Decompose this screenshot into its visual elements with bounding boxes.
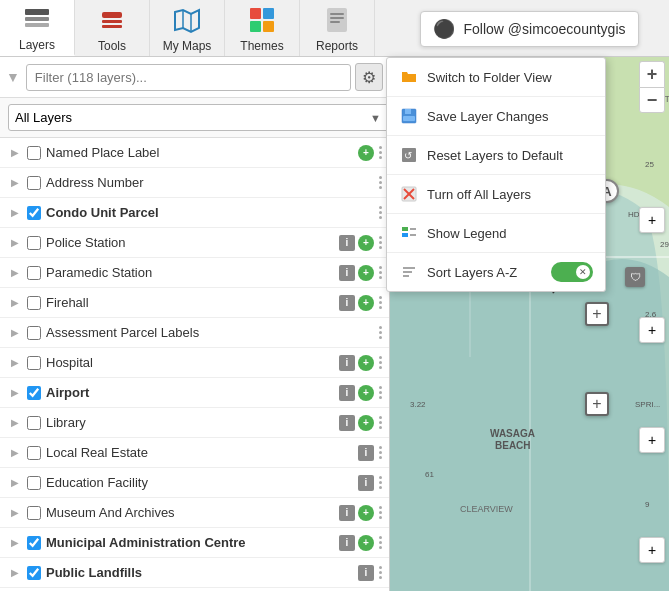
dots-menu[interactable]: [376, 444, 385, 461]
info-icon[interactable]: i: [339, 295, 355, 311]
svg-rect-11: [250, 21, 261, 32]
gear-button[interactable]: ⚙: [355, 63, 383, 91]
green-dot-icon[interactable]: +: [358, 145, 374, 161]
green-dot-icon[interactable]: +: [358, 505, 374, 521]
menu-item-turnoff-label: Turn off All Layers: [427, 187, 531, 202]
green-dot-icon[interactable]: +: [358, 385, 374, 401]
green-dot-icon[interactable]: +: [358, 235, 374, 251]
zoom-out-button[interactable]: −: [639, 87, 665, 113]
expand-button[interactable]: ▶: [8, 206, 22, 220]
reset-icon: ↺: [399, 145, 419, 165]
dots-menu[interactable]: [376, 474, 385, 491]
menu-item-legend[interactable]: Show Legend: [387, 214, 605, 253]
expand-button[interactable]: ▶: [8, 266, 22, 280]
mymaps-icon: [171, 4, 203, 36]
menu-item-folder-view[interactable]: Switch to Folder View: [387, 58, 605, 97]
info-icon[interactable]: i: [339, 535, 355, 551]
dots-menu[interactable]: [376, 384, 385, 401]
search-input[interactable]: [26, 64, 351, 91]
dots-menu[interactable]: [376, 144, 385, 161]
green-dot-icon[interactable]: +: [358, 265, 374, 281]
layer-checkbox[interactable]: [27, 326, 41, 340]
info-icon[interactable]: i: [358, 475, 374, 491]
info-icon[interactable]: i: [358, 445, 374, 461]
layer-checkbox[interactable]: [27, 206, 41, 220]
expand-button[interactable]: ▶: [8, 476, 22, 490]
layer-checkbox[interactable]: [27, 296, 41, 310]
nav-item-mymaps[interactable]: My Maps: [150, 0, 225, 56]
layer-item: ▶Airporti+: [0, 378, 389, 408]
dots-menu[interactable]: [376, 294, 385, 311]
dots-menu[interactable]: [376, 234, 385, 251]
dots-menu[interactable]: [376, 504, 385, 521]
dots-menu[interactable]: [376, 564, 385, 581]
layer-checkbox[interactable]: [27, 176, 41, 190]
layer-select[interactable]: All Layers: [8, 104, 390, 131]
dots-menu[interactable]: [376, 534, 385, 551]
expand-button[interactable]: ▶: [8, 176, 22, 190]
green-dot-icon[interactable]: +: [358, 415, 374, 431]
map-nav-btn-2[interactable]: +: [639, 317, 665, 343]
layer-checkbox[interactable]: [27, 146, 41, 160]
map-nav-btn-1[interactable]: +: [639, 207, 665, 233]
layer-checkbox[interactable]: [27, 566, 41, 580]
layer-name: Hospital: [46, 355, 335, 370]
info-icon[interactable]: i: [339, 265, 355, 281]
expand-button[interactable]: ▶: [8, 296, 22, 310]
sort-toggle[interactable]: ✕: [551, 262, 593, 282]
expand-button[interactable]: ▶: [8, 146, 22, 160]
map-nav-btn-4[interactable]: +: [639, 537, 665, 563]
expand-button[interactable]: ▶: [8, 236, 22, 250]
menu-item-save-changes[interactable]: Save Layer Changes: [387, 97, 605, 136]
svg-text:BEACH: BEACH: [495, 440, 531, 451]
info-icon[interactable]: i: [339, 355, 355, 371]
green-dot-icon[interactable]: +: [358, 535, 374, 551]
dots-menu[interactable]: [376, 414, 385, 431]
layer-checkbox[interactable]: [27, 356, 41, 370]
nav-label-themes: Themes: [240, 39, 283, 53]
expand-button[interactable]: ▶: [8, 386, 22, 400]
info-icon[interactable]: i: [358, 565, 374, 581]
menu-item-reset[interactable]: ↺ Reset Layers to Default: [387, 136, 605, 175]
green-dot-icon[interactable]: +: [358, 295, 374, 311]
dots-menu[interactable]: [376, 204, 385, 221]
info-icon[interactable]: i: [339, 385, 355, 401]
svg-rect-2: [25, 23, 49, 27]
expand-button[interactable]: ▶: [8, 566, 22, 580]
expand-button[interactable]: ▶: [8, 506, 22, 520]
nav-item-themes[interactable]: Themes: [225, 0, 300, 56]
dots-menu[interactable]: [376, 174, 385, 191]
info-icon[interactable]: i: [339, 415, 355, 431]
map-nav-btn-3[interactable]: +: [639, 427, 665, 453]
layer-checkbox[interactable]: [27, 386, 41, 400]
expand-button[interactable]: ▶: [8, 446, 22, 460]
menu-item-turnoff[interactable]: Turn off All Layers: [387, 175, 605, 214]
layer-checkbox[interactable]: [27, 476, 41, 490]
dots-menu[interactable]: [376, 264, 385, 281]
green-dot-icon[interactable]: +: [358, 355, 374, 371]
layer-name: Local Real Estate: [46, 445, 354, 460]
expand-button[interactable]: ▶: [8, 416, 22, 430]
layer-checkbox[interactable]: [27, 506, 41, 520]
expand-button[interactable]: ▶: [8, 326, 22, 340]
layer-checkbox[interactable]: [27, 266, 41, 280]
layer-icons: i+: [339, 505, 374, 521]
zoom-in-button[interactable]: +: [639, 61, 665, 87]
layer-item: ▶Named Place Label+: [0, 138, 389, 168]
layer-checkbox[interactable]: [27, 236, 41, 250]
nav-item-layers[interactable]: Layers: [0, 0, 75, 56]
dots-menu[interactable]: [376, 324, 385, 341]
expand-button[interactable]: ▶: [8, 356, 22, 370]
svg-text:↺: ↺: [404, 150, 412, 161]
layer-checkbox[interactable]: [27, 446, 41, 460]
dots-menu[interactable]: [376, 354, 385, 371]
nav-item-reports[interactable]: Reports: [300, 0, 375, 56]
follow-button[interactable]: ⚫ Follow @simcoecountygis: [420, 11, 638, 47]
nav-item-tools[interactable]: Tools: [75, 0, 150, 56]
layer-checkbox[interactable]: [27, 536, 41, 550]
info-icon[interactable]: i: [339, 505, 355, 521]
layer-checkbox[interactable]: [27, 416, 41, 430]
expand-button[interactable]: ▶: [8, 536, 22, 550]
layer-item: ▶Assessment Parcel Labels: [0, 318, 389, 348]
info-icon[interactable]: i: [339, 235, 355, 251]
